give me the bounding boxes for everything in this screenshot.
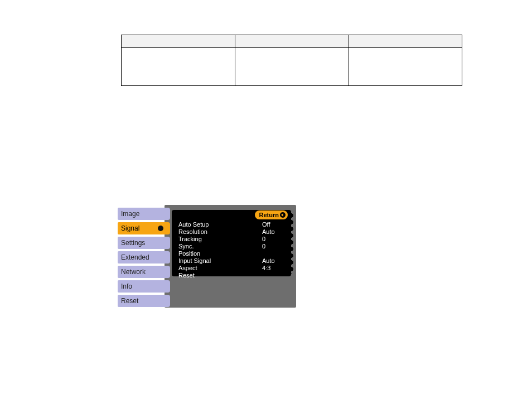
setting-row-input-signal[interactable]: Input Signal Auto <box>172 257 291 265</box>
spec-table <box>121 35 462 86</box>
table-header-cell <box>235 35 349 47</box>
sidebar-item-label: Settings <box>121 239 145 247</box>
sidebar-item-label: Info <box>121 282 132 290</box>
osd-menu: Image Signal Settings Extended Network I… <box>118 205 296 308</box>
return-icon <box>280 212 286 218</box>
setting-row-aspect[interactable]: Aspect 4:3 <box>172 265 291 272</box>
setting-row-reset[interactable]: Reset <box>172 272 291 279</box>
sidebar-item-settings[interactable]: Settings <box>118 237 167 249</box>
sidebar-item-label: Image <box>121 210 139 218</box>
setting-label: Reset <box>178 272 262 279</box>
table-header-row <box>122 35 462 48</box>
sidebar-item-image[interactable]: Image <box>118 208 167 220</box>
setting-row-position[interactable]: Position <box>172 250 291 257</box>
table-cell <box>122 48 235 86</box>
sidebar-item-label: Network <box>121 268 146 276</box>
setting-row-resolution[interactable]: Resolution Auto <box>172 228 291 236</box>
setting-row-sync[interactable]: Sync. 0 <box>172 243 291 250</box>
table-cell <box>235 48 349 86</box>
setting-value: 4:3 <box>262 265 286 272</box>
setting-label: Input Signal <box>178 257 262 265</box>
setting-value: Auto <box>262 228 286 236</box>
sidebar-item-extended[interactable]: Extended <box>118 251 167 264</box>
setting-row-tracking[interactable]: Tracking 0 <box>172 236 291 243</box>
setting-label: Tracking <box>178 236 262 243</box>
table-header-cell <box>122 35 235 47</box>
active-indicator-icon <box>158 226 163 231</box>
setting-value <box>262 250 286 257</box>
sidebar-item-label: Extended <box>121 253 149 261</box>
return-button-label: Return <box>259 212 279 218</box>
setting-label: Sync. <box>178 243 262 250</box>
setting-label: Auto Setup <box>178 221 262 228</box>
sidebar-item-label: Signal <box>121 224 139 232</box>
table-cell <box>349 48 462 86</box>
osd-content-panel: Return Auto Setup Off Resolution Auto Tr… <box>172 210 291 276</box>
setting-value: 0 <box>262 243 286 250</box>
sidebar-item-network[interactable]: Network <box>118 266 167 278</box>
return-button[interactable]: Return <box>255 210 288 219</box>
sidebar-item-reset[interactable]: Reset <box>118 295 167 307</box>
osd-sidebar: Image Signal Settings Extended Network I… <box>118 208 167 309</box>
setting-label: Aspect <box>178 265 262 272</box>
sidebar-item-label: Reset <box>121 297 138 305</box>
table-row <box>122 48 462 86</box>
setting-label: Resolution <box>178 228 262 236</box>
sidebar-item-info[interactable]: Info <box>118 280 167 293</box>
setting-value: Off <box>262 221 286 228</box>
setting-value: 0 <box>262 236 286 243</box>
setting-value <box>262 272 286 279</box>
setting-label: Position <box>178 250 262 257</box>
setting-value: Auto <box>262 257 286 265</box>
setting-row-auto-setup[interactable]: Auto Setup Off <box>172 221 291 228</box>
table-header-cell <box>349 35 462 47</box>
sidebar-item-signal[interactable]: Signal <box>118 222 167 234</box>
